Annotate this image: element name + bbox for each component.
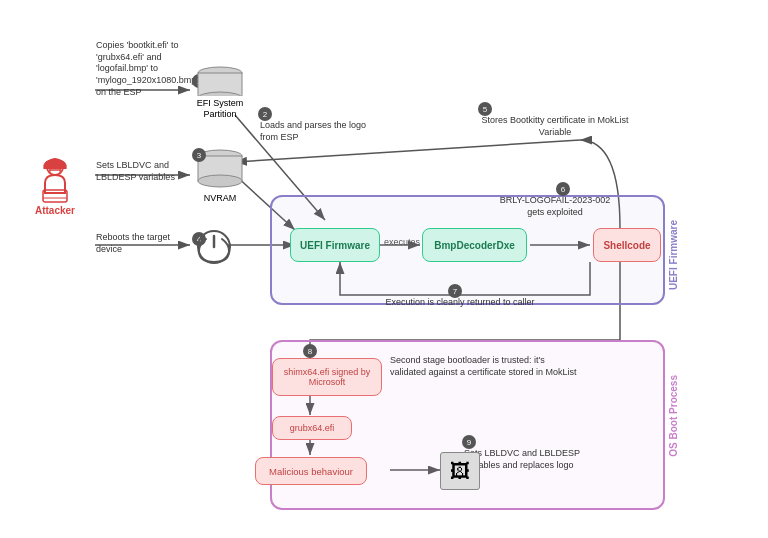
step-5: 5 xyxy=(478,102,492,116)
grub-node: grubx64.efi xyxy=(272,416,352,440)
uefi-firmware-text: UEFI Firmware xyxy=(300,240,370,251)
malicious-behaviour-node: Malicious behaviour xyxy=(255,457,367,485)
step-3: 3 xyxy=(192,148,206,162)
diagram: UEFI Firmware OS Boot Process Attacker C… xyxy=(0,0,768,538)
efi-partition-node: EFI System Partition xyxy=(190,65,250,120)
grub-text: grubx64.efi xyxy=(290,423,335,433)
step5-annotation: Stores Bootkitty certificate in MokList … xyxy=(480,115,630,138)
efi-partition-label: EFI System Partition xyxy=(190,98,250,120)
step4-annotation: Reboots the target device xyxy=(96,232,186,255)
svg-point-25 xyxy=(198,175,242,187)
malicious-text: Malicious behaviour xyxy=(269,466,353,477)
attacker-label: Attacker xyxy=(35,205,75,216)
step8-annotation: Second stage bootloader is trusted: it's… xyxy=(390,355,580,378)
attacker-icon xyxy=(30,155,80,205)
shellcode-text: Shellcode xyxy=(603,240,650,251)
bmp-decoder-text: BmpDecoderDxe xyxy=(434,240,515,251)
os-boot-process-label: OS Boot Process xyxy=(668,375,679,457)
step7-annotation: Execution is cleanly returned to caller xyxy=(370,297,550,309)
shim-text: shimx64.efi signed by Microsoft xyxy=(279,367,375,387)
step6-annotation: BRLY-LOGOFAIL-2023-002 gets exploited xyxy=(490,195,620,218)
shellcode-node: Shellcode xyxy=(593,228,661,262)
step3-annotation: Sets LBLDVC and LBLDESP variables xyxy=(96,160,186,183)
uefi-firmware-label: UEFI Firmware xyxy=(668,220,679,290)
efi-cylinder-icon xyxy=(195,65,245,96)
uefi-firmware-node: UEFI Firmware xyxy=(290,228,380,262)
attacker-node: Attacker xyxy=(30,155,80,216)
step-6: 6 xyxy=(556,182,570,196)
logo-image-node: 🖼 xyxy=(440,452,480,490)
svg-rect-15 xyxy=(43,190,67,202)
executes-label: executes xyxy=(384,237,420,247)
bmp-decoder-node: BmpDecoderDxe xyxy=(422,228,527,262)
step9-annotation: Sets LBLDVC and LBLDESP variables and re… xyxy=(464,448,609,471)
nvram-label: NVRAM xyxy=(204,193,237,203)
shim-node: shimx64.efi signed by Microsoft xyxy=(272,358,382,396)
step-2: 2 xyxy=(258,107,272,121)
power-button-node xyxy=(195,228,233,266)
step-8: 8 xyxy=(303,344,317,358)
step1-annotation: Copies 'bootkit.efi' to 'grubx64.efi' an… xyxy=(96,40,186,98)
step2-annotation: Loads and parses the logo from ESP xyxy=(260,120,380,143)
step-7: 7 xyxy=(448,284,462,298)
step-9: 9 xyxy=(462,435,476,449)
power-button-icon xyxy=(195,228,233,266)
